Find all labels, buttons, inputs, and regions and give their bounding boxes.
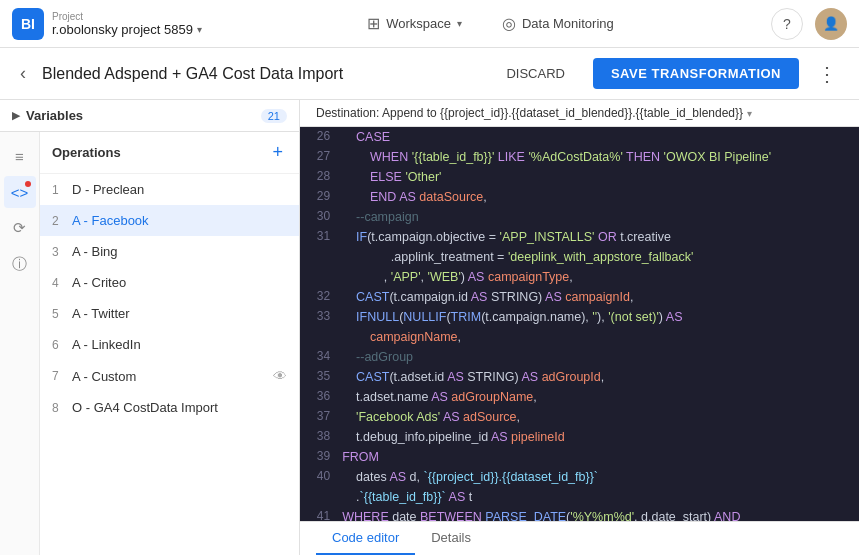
code-row: 36 t.adset.name AS adGroupName,	[300, 387, 859, 407]
discard-button[interactable]: DISCARD	[490, 58, 581, 89]
workspace-button[interactable]: ⊞ Workspace ▾	[359, 10, 470, 37]
op-number: 1	[52, 183, 66, 197]
code-row: 40 dates AS d, `{{project_id}}.{{dataset…	[300, 467, 859, 507]
op-name: D - Preclean	[72, 182, 287, 197]
op-number: 8	[52, 401, 66, 415]
left-content: ≡ <> ⟳ ⓘ Operations + 1 D - Preclean 2 A…	[0, 132, 299, 555]
code-row: 33 IFNULL(NULLIF(TRIM(t.campaign.name), …	[300, 307, 859, 347]
op-number: 2	[52, 214, 66, 228]
sidebar-code-icon[interactable]: <>	[4, 176, 36, 208]
more-options-button[interactable]: ⋮	[811, 58, 843, 90]
line-number: 37	[300, 407, 342, 427]
tabs-bar: Code editor Details	[300, 521, 859, 555]
operations-list: 1 D - Preclean 2 A - Facebook 3 A - Bing…	[40, 174, 299, 423]
back-button[interactable]: ‹	[16, 59, 30, 88]
main-layout: ▶ Variables 21 ≡ <> ⟳ ⓘ Operations +	[0, 100, 859, 555]
variables-label: Variables	[26, 108, 255, 123]
destination-label: Destination: Append to {{project_id}}.{{…	[316, 106, 743, 120]
code-content: t.debug_info.pipeline_id AS pipelineId	[342, 427, 859, 447]
operations-header: Operations +	[40, 132, 299, 174]
code-row: 32 CAST(t.campaign.id AS STRING) AS camp…	[300, 287, 859, 307]
code-row: 37 'Facebook Ads' AS adSource,	[300, 407, 859, 427]
code-row: 39FROM	[300, 447, 859, 467]
op-number: 7	[52, 369, 66, 383]
left-panel: ▶ Variables 21 ≡ <> ⟳ ⓘ Operations +	[0, 100, 300, 555]
avatar-initials: 👤	[823, 16, 839, 31]
add-operation-button[interactable]: +	[268, 140, 287, 165]
operations-panel: Operations + 1 D - Preclean 2 A - Facebo…	[40, 132, 299, 555]
code-content: --campaign	[342, 207, 859, 227]
code-table: 26 CASE27 WHEN '{{table_id_fb}}' LIKE '%…	[300, 127, 859, 521]
help-button[interactable]: ?	[771, 8, 803, 40]
variables-section-header[interactable]: ▶ Variables 21	[0, 100, 299, 132]
line-number: 39	[300, 447, 342, 467]
sidebar-info-icon[interactable]: ⓘ	[4, 248, 36, 280]
code-row: 30 --campaign	[300, 207, 859, 227]
code-content: 'Facebook Ads' AS adSource,	[342, 407, 859, 427]
sidebar-history-icon[interactable]: ⟳	[4, 212, 36, 244]
op-name: A - LinkedIn	[72, 337, 287, 352]
monitoring-icon: ◎	[502, 14, 516, 33]
save-transformation-button[interactable]: SAVE TRANSFORMATION	[593, 58, 799, 89]
active-dot	[25, 181, 31, 187]
line-number: 33	[300, 307, 342, 347]
destination-bar: Destination: Append to {{project_id}}.{{…	[300, 100, 859, 127]
operation-item[interactable]: 8 O - GA4 CostData Import	[40, 392, 299, 423]
data-monitoring-button[interactable]: ◎ Data Monitoring	[494, 10, 622, 37]
code-content: ELSE 'Other'	[342, 167, 859, 187]
op-name: A - Criteo	[72, 275, 287, 290]
top-nav-center: ⊞ Workspace ▾ ◎ Data Monitoring	[218, 10, 763, 37]
variables-count: 21	[261, 109, 287, 123]
line-number: 38	[300, 427, 342, 447]
code-content: IF(t.campaign.objective = 'APP_INSTALLS'…	[342, 227, 859, 287]
toolbar: ‹ Blended Adspend + GA4 Cost Data Import…	[0, 48, 859, 100]
code-editor[interactable]: 26 CASE27 WHEN '{{table_id_fb}}' LIKE '%…	[300, 127, 859, 521]
op-number: 4	[52, 276, 66, 290]
operation-item[interactable]: 2 A - Facebook	[40, 205, 299, 236]
workspace-icon: ⊞	[367, 14, 380, 33]
code-content: dates AS d, `{{project_id}}.{{dataset_id…	[342, 467, 859, 507]
code-row: 35 CAST(t.adset.id AS STRING) AS adGroup…	[300, 367, 859, 387]
line-number: 32	[300, 287, 342, 307]
operation-item[interactable]: 4 A - Criteo	[40, 267, 299, 298]
code-content: --adGroup	[342, 347, 859, 367]
avatar[interactable]: 👤	[815, 8, 847, 40]
code-content: FROM	[342, 447, 859, 467]
op-name: A - Bing	[72, 244, 287, 259]
hide-icon[interactable]: 👁	[273, 368, 287, 384]
line-number: 31	[300, 227, 342, 287]
code-content: WHERE date BETWEEN PARSE_DATE('%Y%m%d', …	[342, 507, 859, 521]
line-number: 29	[300, 187, 342, 207]
op-number: 6	[52, 338, 66, 352]
code-content: END AS dataSource,	[342, 187, 859, 207]
project-name[interactable]: r.obolonsky project 5859 ▾	[52, 22, 202, 37]
top-nav: BI Project r.obolonsky project 5859 ▾ ⊞ …	[0, 0, 859, 48]
operation-item[interactable]: 7 A - Custom 👁	[40, 360, 299, 392]
code-content: IFNULL(NULLIF(TRIM(t.campaign.name), '')…	[342, 307, 859, 347]
code-row: 34 --adGroup	[300, 347, 859, 367]
line-number: 40	[300, 467, 342, 507]
operation-item[interactable]: 5 A - Twitter	[40, 298, 299, 329]
operation-item[interactable]: 6 A - LinkedIn	[40, 329, 299, 360]
tab-code-editor[interactable]: Code editor	[316, 522, 415, 555]
top-nav-right: ? 👤	[771, 8, 847, 40]
code-row: 38 t.debug_info.pipeline_id AS pipelineI…	[300, 427, 859, 447]
operation-item[interactable]: 1 D - Preclean	[40, 174, 299, 205]
op-name: A - Facebook	[72, 213, 287, 228]
op-name: O - GA4 CostData Import	[72, 400, 287, 415]
page-title: Blended Adspend + GA4 Cost Data Import	[42, 65, 478, 83]
sidebar-menu-icon[interactable]: ≡	[4, 140, 36, 172]
code-content: t.adset.name AS adGroupName,	[342, 387, 859, 407]
code-row: 41WHERE date BETWEEN PARSE_DATE('%Y%m%d'…	[300, 507, 859, 521]
help-icon: ?	[783, 16, 791, 32]
side-icon-bar: ≡ <> ⟳ ⓘ	[0, 132, 40, 555]
code-content: CAST(t.adset.id AS STRING) AS adGroupId,	[342, 367, 859, 387]
tab-details[interactable]: Details	[415, 522, 487, 555]
destination-chevron-icon[interactable]: ▾	[747, 108, 752, 119]
code-row: 26 CASE	[300, 127, 859, 147]
project-label: Project	[52, 11, 202, 22]
operation-item[interactable]: 3 A - Bing	[40, 236, 299, 267]
line-number: 36	[300, 387, 342, 407]
code-content: CAST(t.campaign.id AS STRING) AS campaig…	[342, 287, 859, 307]
line-number: 35	[300, 367, 342, 387]
